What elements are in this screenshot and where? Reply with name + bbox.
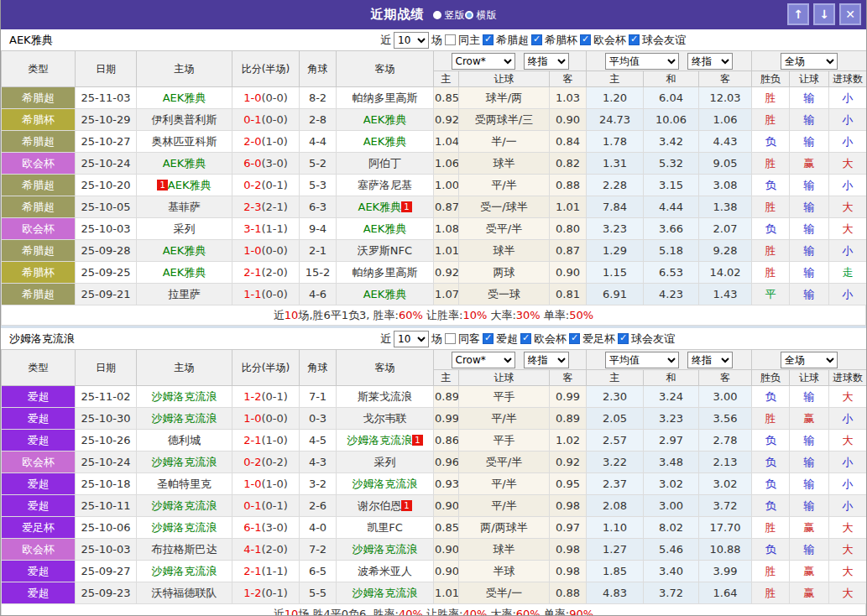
home-team-cell: 1AEK雅典 bbox=[137, 175, 232, 196]
same-venue-checkbox[interactable] bbox=[445, 34, 456, 45]
goals-result-cell: 小 bbox=[829, 175, 867, 196]
bookmaker-select[interactable]: Crow* bbox=[452, 352, 515, 368]
scroll-down-button[interactable]: ↓ bbox=[813, 3, 835, 25]
avg-draw-cell: 6.04 bbox=[644, 87, 699, 109]
handicap-result-cell: 赢 bbox=[790, 561, 829, 582]
date-cell: 25-11-02 bbox=[76, 386, 137, 408]
avg-home-cell: 3.22 bbox=[587, 452, 644, 473]
sub-column-header: 主 bbox=[434, 370, 459, 386]
avg-away-cell: 9.05 bbox=[699, 153, 752, 175]
summary-text: 30% bbox=[516, 309, 541, 321]
handicap-result-cell: 赢 bbox=[790, 517, 829, 539]
final-odds-select[interactable]: 终指 bbox=[524, 352, 569, 368]
sub-column-header: 让球 bbox=[459, 370, 550, 386]
league-cell: 爱超 bbox=[2, 561, 76, 582]
league-checkbox-label: 欧会杯 bbox=[593, 33, 626, 48]
league-checkbox[interactable] bbox=[520, 333, 531, 344]
average-select[interactable]: 平均值 bbox=[605, 352, 679, 368]
score-cell: 2-1(1-0) bbox=[232, 430, 300, 452]
final-odds-select[interactable]: 终指 bbox=[524, 53, 569, 70]
bookmaker-group: Crow*终指 bbox=[434, 352, 586, 368]
date-cell: 25-10-11 bbox=[76, 495, 137, 517]
league-checkbox[interactable] bbox=[569, 333, 580, 344]
home-odds-cell: 1.06 bbox=[434, 153, 459, 175]
sub-column-header: 和 bbox=[644, 71, 699, 87]
avg-away-cell: 9.28 bbox=[699, 240, 752, 262]
fulltime-select[interactable]: 全场 bbox=[781, 352, 838, 368]
handicap-result-cell: 赢 bbox=[790, 153, 829, 175]
corner-cell: 4-6 bbox=[300, 284, 337, 305]
column-header: 比分(半场) bbox=[232, 51, 300, 87]
league-cell: 爱超 bbox=[2, 386, 76, 408]
home-team-name: 布拉格斯巴达 bbox=[152, 543, 217, 556]
corner-cell: 5-5 bbox=[300, 582, 337, 604]
close-button[interactable]: ✕ bbox=[839, 3, 861, 25]
match-row: 爱超25-10-18圣帕特里克1-0(1-0)3-2沙姆洛克流浪0.93平/半0… bbox=[2, 473, 867, 495]
fulltime-score: 3-1 bbox=[243, 222, 261, 235]
average-select[interactable]: 平均值 bbox=[605, 53, 679, 70]
league-checkbox[interactable] bbox=[580, 34, 591, 45]
handicap-result-cell: 输 bbox=[790, 175, 829, 196]
league-cell: 爱超 bbox=[2, 408, 76, 430]
away-team-cell: AEK雅典 bbox=[337, 131, 434, 153]
match-count-select[interactable]: 10 bbox=[394, 32, 429, 49]
avg-home-cell: 1.20 bbox=[587, 87, 644, 109]
match-count-select[interactable]: 10 bbox=[394, 331, 429, 347]
score-cell: 1-0(0-0) bbox=[232, 240, 300, 262]
home-team-name: 沙姆洛克流浪 bbox=[152, 521, 217, 534]
score-cell: 2-1(2-0) bbox=[232, 262, 300, 284]
corner-cell: 8-2 bbox=[300, 87, 337, 109]
league-checkbox[interactable] bbox=[629, 34, 640, 45]
home-team-cell: 德利城 bbox=[137, 430, 232, 452]
scroll-up-button[interactable]: ↑ bbox=[787, 3, 809, 25]
avg-away-cell: 12.03 bbox=[699, 87, 752, 109]
league-checkbox[interactable] bbox=[483, 333, 494, 344]
home-team-cell: 沙姆洛克流浪 bbox=[137, 386, 232, 408]
horizontal-view-radio[interactable]: 横版 bbox=[465, 8, 497, 23]
home-team-cell: AEK雅典 bbox=[137, 153, 232, 175]
column-header: 客场 bbox=[337, 51, 434, 87]
home-team-name: AEK雅典 bbox=[168, 179, 212, 191]
avg-away-cell: 14.02 bbox=[699, 262, 752, 284]
fulltime-score: 1-2 bbox=[243, 390, 261, 403]
home-team-cell: AEK雅典 bbox=[137, 240, 232, 262]
bookmaker-group: Crow*终指 bbox=[434, 53, 586, 70]
league-cell: 希腊超 bbox=[2, 196, 76, 218]
fulltime-select[interactable]: 全场 bbox=[781, 53, 838, 70]
league-cell: 希腊杯 bbox=[2, 262, 76, 284]
halftime-score: (2-0) bbox=[261, 543, 287, 556]
away-team-cell: 帕纳多里高斯 bbox=[337, 262, 434, 284]
score-cell: 1-2(0-1) bbox=[232, 386, 300, 408]
halftime-score: (3-0) bbox=[261, 521, 287, 534]
halftime-score: (1-0) bbox=[261, 434, 287, 446]
goals-result-cell: 大 bbox=[829, 196, 867, 218]
winlose-result-cell: 负 bbox=[752, 131, 790, 153]
bookmaker-select[interactable]: Crow* bbox=[452, 53, 515, 70]
league-checkbox-label: 希腊超 bbox=[496, 33, 529, 48]
league-cell: 爱超 bbox=[2, 582, 76, 604]
goals-result-cell: 大 bbox=[829, 218, 867, 240]
home-team-name: 沙姆洛克流浪 bbox=[152, 456, 217, 468]
final-odds-select-2[interactable]: 终指 bbox=[687, 352, 733, 368]
league-checkbox[interactable] bbox=[483, 34, 494, 45]
avg-draw-cell: 3.23 bbox=[644, 408, 699, 430]
home-odds-cell: 1.01 bbox=[434, 240, 459, 262]
league-checkbox[interactable] bbox=[618, 333, 629, 344]
score-cell: 2-1(1-1) bbox=[232, 561, 300, 582]
league-checkbox[interactable] bbox=[531, 34, 542, 45]
league-cell: 希腊超 bbox=[2, 284, 76, 305]
league-checkbox-label: 爱足杯 bbox=[582, 331, 615, 347]
results-table: 类型日期主场比分(半场)角球客场Crow*终指平均值终指全场主让球客主和客胜负让… bbox=[1, 349, 867, 604]
sections-container: AEK雅典近10场同主希腊超希腊杯欧会杯球会友谊类型日期主场比分(半场)角球客场… bbox=[1, 29, 866, 616]
vertical-view-radio[interactable]: 竖版 bbox=[433, 8, 465, 23]
away-team-cell: 沃罗斯NFC bbox=[337, 240, 434, 262]
bookmaker-group-header: Crow*终指 bbox=[434, 350, 587, 370]
league-cell: 希腊超 bbox=[2, 175, 76, 196]
same-venue-checkbox[interactable] bbox=[445, 333, 456, 344]
goals-result-cell: 小 bbox=[829, 452, 867, 473]
match-row: 爱足杯25-10-06沙姆洛克流浪6-1(3-0)4-0凯里FC0.85两/两球… bbox=[2, 517, 867, 539]
red-card-badge: 1 bbox=[412, 435, 422, 446]
final-odds-select-2[interactable]: 终指 bbox=[687, 53, 733, 70]
team-section: 沙姆洛克流浪近10场同客爱超欧会杯爱足杯球会友谊类型日期主场比分(半场)角球客场… bbox=[1, 326, 866, 616]
avg-away-cell: 3.00 bbox=[699, 386, 752, 408]
